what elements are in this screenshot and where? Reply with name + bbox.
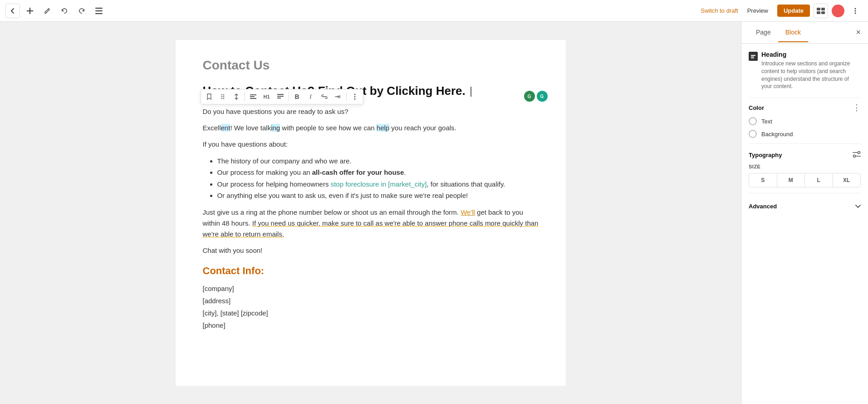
svg-rect-28 [751,57,754,58]
redo-button[interactable] [74,4,89,18]
block-bold-button[interactable]: B [291,90,304,103]
chevron-down-icon [855,202,861,210]
text-color-radio[interactable] [749,117,757,125]
more-options-button[interactable] [848,4,863,18]
size-s-button[interactable]: S [749,173,777,187]
block-type-name: Heading [761,51,861,58]
toolbar-separator-2 [289,92,289,101]
panel-body: Heading Introduce new sections and organ… [741,44,868,219]
size-label: SIZE [749,164,861,169]
list-view-button[interactable] [92,4,106,18]
grammarly-icon-1[interactable]: G [524,91,535,102]
city-state-zip-field[interactable]: [city], [state] [zipcode] [203,307,539,319]
panel-close-button[interactable]: × [856,28,861,37]
svg-point-17 [223,98,224,99]
svg-rect-23 [277,98,281,99]
phone-field[interactable]: [phone] [203,319,539,331]
color-section-header: Color ⋮ [749,103,861,112]
address-field[interactable]: [address] [203,295,539,307]
company-field[interactable]: [company] [203,282,539,295]
top-bar-right: Switch to draft Preview Update [701,4,863,18]
paragraph-1[interactable]: Do you have questions you are ready to a… [203,106,539,117]
block-align-button[interactable] [247,90,260,103]
preview-button[interactable]: Preview [742,5,774,17]
svg-rect-4 [95,13,103,14]
block-link-button[interactable] [318,90,331,103]
background-color-label: Background [761,131,793,138]
update-button[interactable]: Update [777,5,810,17]
editor-canvas: H1 B I G G [176,40,566,386]
block-italic-button[interactable]: I [304,90,317,103]
paragraph-3[interactable]: If you have questions about: [203,139,539,150]
size-l-button[interactable]: L [805,173,833,187]
svg-point-16 [221,98,222,99]
panel-header: Page Block × [741,22,868,44]
bullet-item-4[interactable]: Or anything else you want to ask us, eve… [217,190,539,202]
foreclosure-link[interactable]: stop foreclosure in [market_city] [331,180,427,188]
svg-rect-18 [250,94,256,95]
paragraph-2[interactable]: Excellent! We love talking with people t… [203,123,539,133]
paragraph-5[interactable]: Chat with you soon! [203,245,539,256]
add-block-button[interactable] [23,4,37,18]
contact-title: Contact Us [203,58,539,73]
view-toggle-button[interactable] [814,4,828,18]
tab-block[interactable]: Block [778,23,808,42]
toolbar-separator-3 [346,92,347,101]
svg-point-10 [855,10,856,11]
color-more-button[interactable]: ⋮ [853,103,861,112]
main-layout: H1 B I G G [0,22,868,404]
switch-to-draft-button[interactable]: Switch to draft [701,7,738,14]
svg-rect-5 [817,8,820,10]
bullet-item-3[interactable]: Our process for helping homeowners stop … [217,178,539,190]
svg-point-12 [221,94,222,95]
well-link[interactable]: We'll [461,208,475,216]
block-drag-button[interactable] [216,90,229,103]
bullet-item-2[interactable]: Our process for making you an all-cash o… [217,167,539,178]
background-color-option: Background [749,130,861,138]
block-options-button[interactable] [348,90,361,103]
typography-adjust-button[interactable] [853,151,861,158]
paragraph-4[interactable]: Just give us a ring at the phone number … [203,207,539,240]
svg-rect-8 [821,11,825,14]
svg-rect-7 [817,11,820,14]
block-bookmark-button[interactable] [203,90,216,103]
svg-point-24 [354,94,355,95]
svg-point-25 [354,96,355,98]
block-paragraph-button[interactable] [274,90,287,103]
grammarly-icons: G G [524,91,548,102]
typography-section: Typography SIZE S M L XL [749,151,861,187]
color-section-title: Color [749,104,764,111]
text-color-label: Text [761,118,772,125]
block-more-inline-button[interactable] [332,90,344,103]
size-options: S M L XL [749,173,861,187]
svg-rect-3 [95,10,103,11]
block-move-button[interactable] [230,90,243,103]
top-bar: Switch to draft Preview Update [0,0,868,22]
background-color-radio[interactable] [749,130,757,138]
block-type-icon [749,52,758,61]
block-h1-button[interactable]: H1 [260,90,273,103]
toolbar-separator-1 [245,92,245,101]
block-type-desc: Introduce new sections and organize cont… [761,60,861,90]
size-xl-button[interactable]: XL [833,173,861,187]
undo-button[interactable] [57,4,72,18]
svg-rect-21 [277,94,284,95]
svg-point-33 [853,155,856,158]
text-color-option: Text [749,117,861,125]
svg-point-31 [858,152,860,154]
edit-button[interactable] [40,4,54,18]
contact-info-heading[interactable]: Contact Info: [203,265,539,277]
back-button[interactable] [5,4,20,18]
svg-point-11 [855,12,856,14]
top-bar-left [5,4,106,18]
grammarly-icon-2[interactable]: G [537,91,548,102]
svg-point-26 [354,99,355,100]
bullet-item-1[interactable]: The history of our company and who we ar… [217,155,539,167]
tab-page[interactable]: Page [749,23,778,42]
right-panel: Page Block × Heading Introduce new secti… [741,22,868,404]
bullet-list: The history of our company and who we ar… [203,155,539,202]
user-avatar[interactable] [832,5,844,17]
advanced-section[interactable]: Advanced [749,201,861,212]
size-m-button[interactable]: M [777,173,805,187]
svg-rect-22 [277,96,284,97]
